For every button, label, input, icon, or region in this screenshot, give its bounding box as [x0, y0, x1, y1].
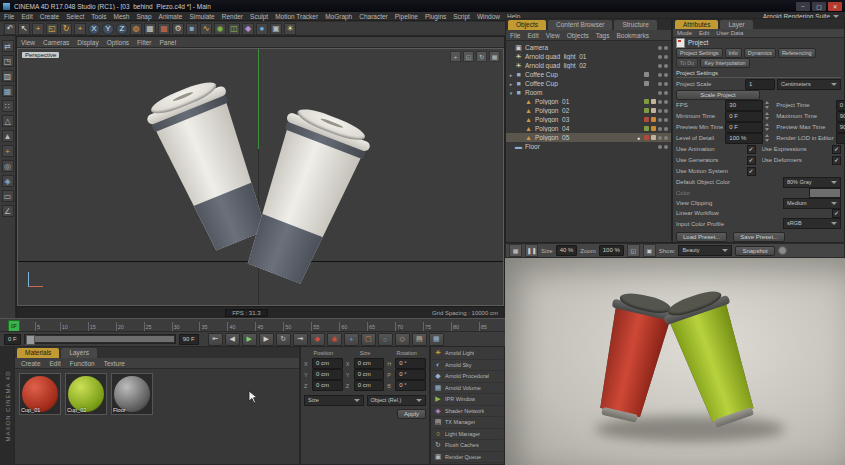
object-menu-item[interactable]: Objects — [567, 32, 589, 39]
editor-visibility-dot[interactable] — [658, 118, 662, 122]
snapshot-button[interactable]: Snapshot — [735, 246, 774, 256]
material-tag-icon[interactable] — [651, 63, 656, 68]
menu-item[interactable]: Motion Tracker — [275, 13, 318, 20]
arnold-palette-item[interactable]: ↻ Flush Caches — [432, 440, 503, 452]
menu-item[interactable]: Mesh — [113, 13, 129, 20]
render-visibility-dot[interactable] — [664, 100, 668, 104]
menu-item[interactable]: Plugins — [425, 13, 446, 20]
render-visibility-dot[interactable] — [664, 127, 668, 131]
object-name[interactable]: Arnold quad_light_02 — [525, 62, 635, 69]
tab-objects[interactable]: Objects — [508, 20, 546, 30]
palette-icon[interactable]: ▦ — [2, 85, 14, 97]
material-tag-icon[interactable] — [651, 45, 656, 50]
arnold-palette-item[interactable]: ○ Light Manager — [432, 429, 503, 441]
toolbar-icon[interactable]: ◆ — [242, 23, 254, 35]
transport-button[interactable]: ◀ — [225, 333, 240, 346]
menu-item[interactable]: Sculpt — [250, 13, 268, 20]
material-tag-icon[interactable] — [651, 126, 656, 131]
material-tag-icon[interactable] — [651, 72, 656, 77]
menu-item[interactable]: Snap — [136, 13, 151, 20]
transport-button[interactable]: ▶ — [259, 333, 274, 346]
editor-visibility-dot[interactable] — [658, 127, 662, 131]
stepper-icon[interactable] — [765, 134, 770, 143]
menu-item[interactable]: Create — [40, 13, 60, 20]
toolbar-icon[interactable]: Z — [116, 23, 128, 35]
apply-button[interactable]: Apply — [397, 409, 426, 419]
zoom-field[interactable]: 100 % — [599, 245, 624, 256]
editor-visibility-dot[interactable] — [658, 82, 662, 86]
materials-menu-item[interactable]: Edit — [50, 360, 61, 367]
toolbar-icon[interactable]: ◫ — [228, 23, 240, 35]
transport-button[interactable]: ⇥ — [293, 333, 308, 346]
toolbar-icon[interactable]: Y — [102, 23, 114, 35]
view-label[interactable]: Perspective — [22, 52, 59, 58]
render-visibility-dot[interactable] — [664, 46, 668, 50]
key-interpolation-tab-button[interactable]: Key Interpolation — [700, 58, 749, 68]
palette-icon[interactable]: ▭ — [2, 190, 14, 202]
palette-icon[interactable]: ▨ — [2, 70, 14, 82]
view-clipping-dropdown[interactable]: Medium — [783, 198, 841, 209]
load-preset-button[interactable]: Load Preset... — [676, 232, 727, 242]
attribute-tab-button[interactable]: Referencing — [778, 48, 816, 58]
palette-icon[interactable]: ∷ — [2, 100, 14, 112]
coordinate-field[interactable]: 0 cm — [312, 380, 343, 391]
viewport-nav-icon[interactable]: ▦ — [489, 51, 500, 62]
object-tree-row[interactable]: ▣ Camera — [506, 43, 671, 52]
object-menu-item[interactable]: Tags — [596, 32, 610, 39]
transport-button[interactable]: ▢ — [361, 333, 376, 346]
attribute-menu-item[interactable]: Mode — [677, 30, 692, 36]
object-tree-row[interactable]: ▲ Polygon_05 ● — [506, 133, 671, 142]
material-tag-icon[interactable] — [651, 81, 656, 86]
attribute-tab-button[interactable]: Info — [725, 48, 742, 58]
show-dropdown[interactable]: Beauty — [678, 245, 732, 256]
material-tag-icon[interactable] — [644, 45, 649, 50]
checkbox[interactable]: ✓ — [747, 156, 756, 165]
coordinate-field[interactable]: 0 ° — [395, 358, 426, 369]
material-tag-icon[interactable] — [644, 81, 649, 86]
arnold-palette-item[interactable]: ☀ Arnold Light — [432, 348, 503, 360]
tab-structure[interactable]: Structure — [614, 20, 656, 30]
toolbar-icon[interactable]: X — [88, 23, 100, 35]
material-thumbnail[interactable]: Cup_01 — [19, 373, 61, 415]
size-mode-dropdown[interactable]: Size — [304, 395, 364, 406]
object-name[interactable]: Camera — [525, 44, 635, 51]
editor-visibility-dot[interactable] — [658, 136, 662, 140]
material-tag-icon[interactable] — [644, 90, 649, 95]
render-visibility-dot[interactable] — [664, 91, 668, 95]
tab-attributes[interactable]: Attributes — [675, 20, 718, 29]
render-visibility-dot[interactable] — [664, 82, 668, 86]
toolbar-icon[interactable]: ● — [256, 23, 268, 35]
transport-button[interactable]: ⇤ — [208, 333, 223, 346]
material-tag-icon[interactable] — [651, 135, 656, 140]
material-tag-icon[interactable] — [644, 108, 649, 113]
render-visibility-dot[interactable] — [664, 145, 668, 149]
palette-icon[interactable]: ⇄ — [2, 40, 14, 52]
menu-item[interactable]: Tools — [91, 13, 106, 20]
setting-field[interactable]: 0 F — [725, 111, 763, 122]
current-frame-field[interactable]: 0 F — [4, 334, 21, 345]
viewport-menu-item[interactable]: Panel — [160, 39, 177, 46]
transport-button[interactable]: ▶ — [242, 333, 257, 346]
viewport-nav-icon[interactable]: + — [450, 51, 461, 62]
material-tag-icon[interactable] — [651, 90, 656, 95]
setting-field[interactable]: 0 F — [836, 100, 845, 111]
menu-item[interactable]: Pipeline — [395, 13, 418, 20]
object-name[interactable]: Room — [525, 89, 635, 96]
render-visibility-dot[interactable] — [664, 118, 668, 122]
menu-item[interactable]: Script — [453, 13, 470, 20]
viewport-nav-icon[interactable]: ◱ — [463, 51, 474, 62]
object-name[interactable]: Polygon_03 — [535, 116, 635, 123]
editor-visibility-dot[interactable] — [658, 100, 662, 104]
menu-item[interactable]: Simulate — [189, 13, 214, 20]
attribute-menu-item[interactable]: User Data — [716, 30, 743, 36]
object-name[interactable]: Polygon_04 — [535, 125, 635, 132]
material-tag-icon[interactable] — [644, 144, 649, 149]
project-scale-field[interactable]: 1 — [745, 79, 775, 90]
coordinate-field[interactable]: 0 ° — [395, 380, 426, 391]
menu-item[interactable]: Select — [66, 13, 84, 20]
coordinate-field[interactable]: 0 cm — [354, 358, 385, 369]
coordinate-field[interactable]: 0 cm — [312, 358, 343, 369]
material-tag-icon[interactable] — [644, 54, 649, 59]
material-tag-icon[interactable] — [644, 63, 649, 68]
object-tree-row[interactable]: ▲ Polygon_01 — [506, 97, 671, 106]
